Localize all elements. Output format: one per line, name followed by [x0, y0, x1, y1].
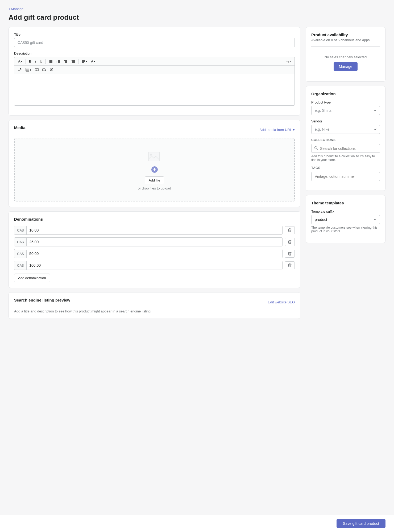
widget-btn[interactable]: [48, 67, 55, 73]
svg-point-4: [49, 61, 50, 62]
tags-input[interactable]: [311, 172, 380, 181]
denomination-row-4: CA$: [14, 261, 295, 270]
drop-text: or drop files to upload: [20, 186, 289, 190]
font-arrow: ▾: [21, 60, 22, 63]
denomination-input-3[interactable]: [27, 249, 282, 258]
product-type-group: Product type e.g. Shirts: [311, 100, 380, 115]
title-input[interactable]: [14, 38, 295, 47]
separator-3: [78, 59, 78, 64]
denomination-input-wrap-1: CA$: [14, 226, 283, 235]
bold-btn[interactable]: B: [27, 58, 33, 64]
availability-subtitle: Available on 0 of 5 channels and apps: [311, 38, 380, 42]
seo-title: Search engine listing preview: [14, 298, 70, 302]
seo-card: Search engine listing preview Edit websi…: [9, 292, 300, 319]
denomination-input-4[interactable]: [27, 261, 282, 270]
vendor-group: Vendor e.g. Nike: [311, 119, 380, 134]
denomination-prefix-2: CA$: [14, 238, 27, 246]
collections-search-wrap[interactable]: [311, 144, 380, 153]
right-column: Product availability Available on 0 of 5…: [306, 27, 385, 243]
description-group: Description A ▾ B I U: [14, 51, 295, 106]
search-icon: [314, 146, 318, 151]
denomination-prefix-1: CA$: [14, 226, 27, 234]
svg-rect-21: [26, 68, 29, 71]
denomination-input-1[interactable]: [27, 226, 282, 234]
video-btn[interactable]: [41, 67, 48, 73]
font-btn[interactable]: A ▾: [16, 58, 24, 64]
svg-point-3: [49, 60, 50, 61]
text-color-btn[interactable]: A ▾: [89, 58, 97, 64]
dropdown-arrow: ▾: [293, 128, 295, 132]
denomination-row-1: CA$: [14, 226, 295, 235]
denomination-prefix-4: CA$: [14, 261, 27, 270]
svg-point-27: [36, 69, 36, 69]
description-label: Description: [14, 51, 295, 55]
delete-denomination-4-btn[interactable]: [285, 261, 295, 269]
no-channels-text: No sales channels selected: [311, 55, 380, 59]
separator-2: [45, 59, 46, 64]
manage-channels-btn[interactable]: Manage: [334, 62, 358, 71]
product-type-label: Product type: [311, 100, 380, 104]
page-title: Add gift card product: [9, 13, 385, 22]
save-gift-card-btn[interactable]: Save gift card product: [337, 519, 385, 528]
underline-btn[interactable]: U: [38, 58, 44, 64]
separator-1: [26, 59, 26, 64]
tags-group: TAGS: [311, 166, 380, 181]
indent-right-btn[interactable]: [70, 59, 77, 64]
no-channels-section: No sales channels selected Manage: [311, 50, 380, 76]
denomination-input-wrap-3: CA$: [14, 249, 283, 258]
collections-hint: Add this product to a collection so it's…: [311, 154, 380, 162]
denomination-row-2: CA$: [14, 237, 295, 246]
editor-body[interactable]: [14, 74, 295, 106]
back-link[interactable]: Manage: [9, 6, 385, 11]
denomination-row-3: CA$: [14, 249, 295, 258]
indent-left-btn[interactable]: [62, 59, 69, 64]
organization-card: Organization Product type e.g. Shirts Ve…: [306, 86, 385, 191]
title-description-card: Title Description A ▾ B I U: [9, 27, 300, 116]
media-header: Media Add media from URL ▾: [14, 125, 295, 134]
product-type-select[interactable]: e.g. Shirts: [311, 106, 380, 115]
italic-btn[interactable]: I: [34, 58, 38, 64]
tags-label: TAGS: [311, 166, 380, 170]
ul-btn[interactable]: [47, 59, 54, 64]
align-btn[interactable]: ▾: [80, 59, 89, 64]
template-suffix-hint: The template customers see when viewing …: [311, 226, 380, 233]
svg-rect-32: [148, 152, 159, 161]
delete-denomination-3-btn[interactable]: [285, 250, 295, 258]
vendor-label: Vendor: [311, 119, 380, 123]
denomination-prefix-3: CA$: [14, 250, 27, 258]
collections-search-input[interactable]: [320, 146, 377, 151]
svg-line-36: [317, 149, 318, 150]
collections-group: COLLECTIONS Add this product to a collec…: [311, 138, 380, 162]
svg-point-5: [49, 62, 50, 63]
media-title: Media: [14, 125, 26, 130]
add-file-btn[interactable]: Add file: [145, 176, 164, 184]
denomination-input-wrap-4: CA$: [14, 261, 283, 270]
theme-templates-card: Theme templates Template suffix product …: [306, 195, 385, 243]
seo-description: Add a title and description to see how t…: [14, 309, 295, 313]
source-btn[interactable]: </>: [285, 59, 292, 64]
editor-toolbar-row1: A ▾ B I U 1.2.3.: [14, 57, 295, 65]
add-denomination-btn[interactable]: Add denomination: [14, 274, 50, 282]
drop-zone[interactable]: Add file or drop files to upload: [14, 138, 295, 201]
delete-denomination-2-btn[interactable]: [285, 238, 295, 246]
table-btn[interactable]: ▾: [24, 67, 33, 73]
theme-templates-title: Theme templates: [311, 201, 380, 205]
left-column: Title Description A ▾ B I U: [9, 27, 300, 319]
template-suffix-group: Template suffix product The template cus…: [311, 209, 380, 233]
image-btn[interactable]: [33, 67, 40, 73]
denomination-input-2[interactable]: [27, 238, 282, 246]
vendor-select[interactable]: e.g. Nike: [311, 125, 380, 134]
edit-seo-btn[interactable]: Edit website SEO: [268, 300, 295, 304]
link-btn[interactable]: [16, 67, 23, 73]
add-media-url-btn[interactable]: Add media from URL ▾: [260, 128, 295, 132]
ol-btn[interactable]: 1.2.3.: [55, 59, 62, 64]
svg-text:3.: 3.: [56, 62, 57, 63]
editor-toolbar-row2: ▾: [14, 65, 295, 74]
template-suffix-label: Template suffix: [311, 209, 380, 213]
collections-label: COLLECTIONS: [311, 138, 380, 142]
seo-header: Search engine listing preview Edit websi…: [14, 298, 295, 307]
delete-denomination-1-btn[interactable]: [285, 226, 295, 234]
template-suffix-select[interactable]: product: [311, 215, 380, 224]
media-card: Media Add media from URL ▾: [9, 120, 300, 207]
svg-rect-28: [43, 69, 45, 71]
